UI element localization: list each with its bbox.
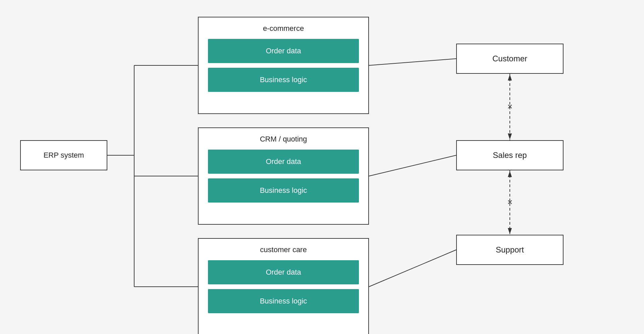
ecommerce-business-logic-label: Business logic — [260, 75, 307, 84]
ecommerce-order-data-block: Order data — [208, 39, 359, 63]
crm-box: CRM / quoting Order data Business logic — [198, 127, 369, 225]
crm-business-logic-label: Business logic — [260, 186, 307, 195]
svg-marker-13 — [508, 171, 512, 177]
customercare-box: customer care Order data Business logic — [198, 238, 369, 334]
salesrep-label: Sales rep — [493, 151, 527, 160]
customercare-title: customer care — [208, 245, 359, 254]
customercare-business-logic-label: Business logic — [260, 297, 307, 305]
svg-line-7 — [369, 250, 456, 287]
support-label: Support — [496, 245, 524, 255]
erp-system-box: ERP system — [20, 140, 107, 170]
customercare-order-data-label: Order data — [266, 268, 301, 277]
crm-title: CRM / quoting — [208, 135, 359, 144]
customercare-order-data-block: Order data — [208, 260, 359, 284]
svg-line-6 — [369, 155, 456, 176]
ecommerce-order-data-label: Order data — [266, 47, 301, 55]
svg-marker-9 — [508, 74, 512, 80]
salesrep-box: Sales rep — [456, 140, 564, 170]
support-box: Support — [456, 235, 564, 265]
svg-line-5 — [369, 59, 456, 65]
svg-marker-14 — [508, 228, 512, 234]
svg-marker-10 — [508, 133, 512, 140]
customer-box: Customer — [456, 44, 564, 74]
customer-label: Customer — [492, 54, 527, 63]
diagram-canvas: ERP system e-commerce Order data Busines… — [0, 0, 644, 334]
erp-label: ERP system — [44, 151, 84, 160]
crm-business-logic-block: Business logic — [208, 178, 359, 203]
crm-order-data-block: Order data — [208, 150, 359, 174]
svg-text:✕: ✕ — [507, 199, 513, 206]
customercare-business-logic-block: Business logic — [208, 289, 359, 313]
svg-text:✕: ✕ — [507, 103, 513, 110]
ecommerce-business-logic-block: Business logic — [208, 68, 359, 92]
ecommerce-title: e-commerce — [208, 24, 359, 33]
crm-order-data-label: Order data — [266, 157, 301, 166]
ecommerce-box: e-commerce Order data Business logic — [198, 17, 369, 114]
